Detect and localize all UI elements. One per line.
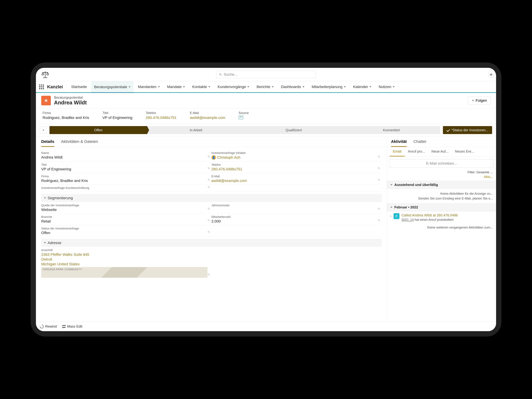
nav-mandate[interactable]: Mandate xyxy=(164,81,188,92)
edit-address-button[interactable]: ✎ xyxy=(208,273,210,277)
app-launcher-icon[interactable] xyxy=(38,84,44,90)
timeline-expand-button[interactable]: › xyxy=(390,214,391,218)
nav-beratungspotentiale[interactable]: Beratungspotentiale xyxy=(91,81,133,92)
global-header: Suche... ★ xyxy=(36,68,496,81)
global-search[interactable]: Suche... xyxy=(216,71,316,78)
svg-point-0 xyxy=(219,73,221,75)
value-source2: Webseite xyxy=(41,208,208,212)
utility-bar: Rewind Mass Edit xyxy=(36,322,496,331)
nav-mitarbeiterplanung[interactable]: Mitarbeiterplanung xyxy=(309,81,349,92)
follow-button[interactable]: +Folgen xyxy=(468,96,491,105)
section-adresse[interactable]: Adresse xyxy=(41,239,382,247)
nav-kontakte[interactable]: Kontakte xyxy=(189,81,213,92)
value-employees: 2.000 xyxy=(211,219,378,223)
edit-telefon-button[interactable]: ✎ xyxy=(378,166,380,170)
label-status: Status der Investorenanfrage xyxy=(41,227,208,230)
addr-line1[interactable]: 2363 Pfeffer Walks Suite 645 xyxy=(41,253,208,257)
edit-name-button[interactable]: ✎ xyxy=(208,155,210,159)
label-employees: Mitarbeiterzahl xyxy=(211,215,378,219)
value-name: Andrea Wildt xyxy=(41,155,208,159)
label-email2: E-Mail xyxy=(211,175,378,178)
timeline-title[interactable]: Called Andrea Wildt at 260.476.0486 xyxy=(402,213,458,217)
favorite-icon[interactable]: ★ xyxy=(489,71,494,78)
mass-edit-button[interactable]: Mass Edit xyxy=(62,324,82,329)
source-web-icon xyxy=(239,116,243,119)
search-icon xyxy=(219,73,222,76)
edit-email-button[interactable]: ✎ xyxy=(378,178,380,182)
plus-icon: + xyxy=(472,98,474,103)
subtab-task[interactable]: Neue Auf... xyxy=(428,147,452,156)
nav-kalender[interactable]: Kalender xyxy=(350,81,374,92)
chevron-down-icon xyxy=(390,184,393,185)
path-stage-qualifiziert[interactable]: Qualifiziert xyxy=(245,126,342,134)
tab-details[interactable]: Details xyxy=(41,139,54,147)
chevron-down-icon xyxy=(272,86,274,88)
edit-employees-button[interactable]: ✎ xyxy=(378,219,380,222)
edit-status-button[interactable]: ✎ xyxy=(208,230,210,234)
edit-source-button[interactable]: ✎ xyxy=(208,207,210,211)
tab-chatter[interactable]: Chatter xyxy=(413,139,426,147)
path-stage-offen[interactable]: Offen xyxy=(50,126,147,134)
label-email: E-Mail xyxy=(190,111,225,115)
nav-berichte[interactable]: Berichte xyxy=(254,81,277,92)
value-owner[interactable]: 👤 Christoph Ach xyxy=(211,155,378,160)
call-log-icon: ✆ xyxy=(393,213,399,219)
left-column: Details Aktivitäten & Dateien Name Andre… xyxy=(36,136,387,330)
addr-line3[interactable]: Michigan United States xyxy=(41,262,208,266)
section-segmentierung[interactable]: Segmentierung xyxy=(41,194,382,202)
nav-kundenvorgaenge[interactable]: Kundenvorgänge xyxy=(215,81,252,92)
value-firma2: Rodriguez, Bradtke and Kris xyxy=(41,179,208,183)
label-source2: Quelle der Investorenanfrage xyxy=(41,204,208,207)
subtab-call[interactable]: Anruf pro... xyxy=(405,147,428,156)
value-email[interactable]: awildt@example.com xyxy=(190,116,225,120)
tab-activities-files[interactable]: Aktivitäten & Dateien xyxy=(61,139,98,147)
value-status: Offen xyxy=(41,231,208,235)
value-telefon2[interactable]: 260.476.0486x751 xyxy=(211,167,378,171)
record-tabs: Details Aktivitäten & Dateien xyxy=(36,136,387,147)
path-expand-button[interactable] xyxy=(40,127,47,133)
chevron-down-icon xyxy=(390,207,393,208)
path-stage-in-arbeit[interactable]: in Arbeit xyxy=(147,126,245,134)
rewind-button[interactable]: Rewind xyxy=(40,324,57,329)
chevron-down-icon xyxy=(302,86,304,88)
svg-line-1 xyxy=(221,75,222,76)
chevron-down-icon xyxy=(393,86,395,88)
nav-mandanten[interactable]: Mandanten xyxy=(135,81,163,92)
record-header: ✶ Beratungspotential Andrea Wildt +Folge… xyxy=(36,93,496,108)
edit-desc-button[interactable]: ✎ xyxy=(208,185,210,189)
mark-status-complete-button[interactable]: "Status der Investoren... xyxy=(443,126,492,134)
path-stage-konvertiert[interactable]: Konvertiert xyxy=(342,126,440,134)
rewind-icon xyxy=(39,324,44,329)
chevron-down-icon xyxy=(183,86,185,88)
label-titel: Titel xyxy=(102,111,132,115)
label-source: Source xyxy=(239,111,249,115)
addr-line2[interactable]: Detroit xyxy=(41,257,208,261)
compose-email-input[interactable]: E-Mail schreiben... xyxy=(390,159,494,168)
edit-owner-button[interactable]: ✎ xyxy=(378,155,380,159)
value-telefon[interactable]: 260.476.0486x751 xyxy=(146,116,177,120)
nav-notizen[interactable]: Notizen xyxy=(376,81,398,92)
edit-branche-button[interactable]: ✎ xyxy=(208,219,210,222)
nav-dashboards[interactable]: Dashboards xyxy=(278,81,307,92)
edit-firma-button[interactable]: ✎ xyxy=(208,178,210,182)
map-preview[interactable]: VIRGINIA PARK COMMUNITY xyxy=(41,267,208,278)
tab-aktivitaet[interactable]: Aktivität xyxy=(391,139,407,147)
subtab-email[interactable]: Email xyxy=(390,147,405,156)
timeline-user-link[interactable]: SDO_14 xyxy=(402,218,414,222)
details-panel: Name Andrea Wildt ✎ Investorenanfrage-In… xyxy=(36,147,387,330)
activity-filter[interactable]: Filter: Gesamte ... xyxy=(387,170,496,174)
subtab-event[interactable]: Neues Ere... xyxy=(452,147,477,156)
content-area: Details Aktivitäten & Dateien Name Andre… xyxy=(36,136,496,330)
activity-refresh-link[interactable]: Aktu... xyxy=(387,174,496,181)
nav-startseite[interactable]: Startseite xyxy=(68,81,90,92)
month-header[interactable]: Februar • 2022 xyxy=(387,203,496,211)
primary-nav: Kanzlei Startseite Beratungspotentiale M… xyxy=(36,81,496,93)
chevron-down-icon xyxy=(208,86,210,88)
check-icon xyxy=(446,128,450,132)
label-titel2: Titel xyxy=(41,163,208,166)
edit-titel-button[interactable]: ✎ xyxy=(208,166,210,170)
edit-revenue-button[interactable]: ✎ xyxy=(378,207,380,211)
owner-avatar-icon: 👤 xyxy=(211,155,216,160)
upcoming-overdue-header[interactable]: Ausstehend und überfällig xyxy=(387,181,496,189)
value-email2[interactable]: awildt@example.com xyxy=(211,179,378,183)
